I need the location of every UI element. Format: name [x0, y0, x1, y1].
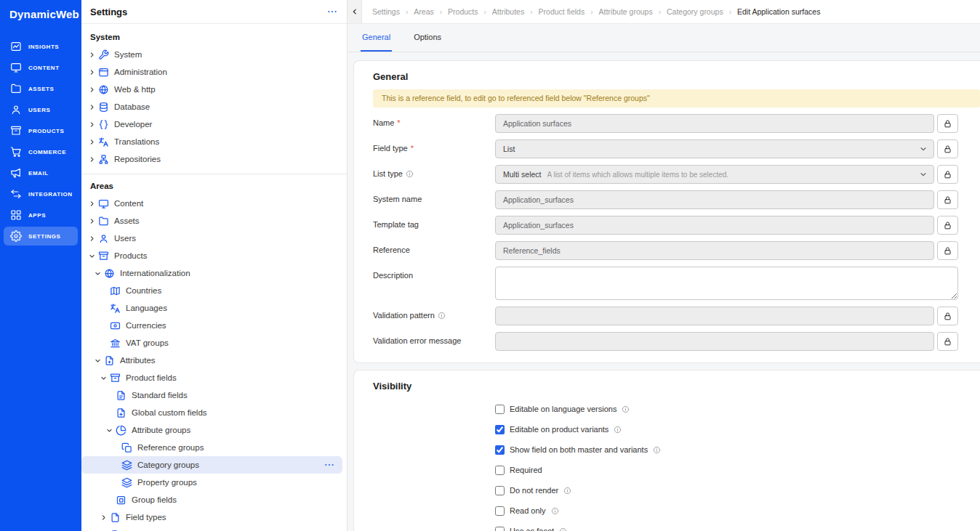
tree-item-group-fields[interactable]: Group fields — [81, 491, 342, 508]
checkbox-row-show-field-on-both-master-and-variants[interactable]: Show field on both master and variants — [495, 439, 958, 460]
chevron-right-icon[interactable] — [89, 200, 98, 207]
tree-item-database[interactable]: Database — [81, 98, 342, 115]
tree-item-developer[interactable]: Developer — [81, 115, 342, 133]
sidebar-item-email[interactable]: EMAIL — [4, 163, 78, 182]
translate-icon — [110, 303, 121, 314]
chevron-right-icon[interactable] — [89, 138, 98, 145]
breadcrumb-item-settings[interactable]: Settings — [372, 7, 400, 16]
tree-item-currencies[interactable]: Currencies — [81, 317, 342, 334]
tree-item-products[interactable]: Products — [81, 247, 342, 264]
checkbox-row-do-not-render[interactable]: Do not render — [495, 480, 958, 500]
tree-item-reference-groups[interactable]: Reference groups — [81, 439, 342, 456]
chevron-down-icon[interactable] — [95, 269, 104, 277]
chevron-right-icon[interactable] — [89, 103, 98, 110]
list-type-select[interactable]: Multi select A list of items which allow… — [495, 165, 934, 184]
sidebar-item-users[interactable]: USERS — [4, 100, 78, 119]
sidebar-item-assets[interactable]: ASSETS — [4, 79, 78, 98]
tree-item-property-groups[interactable]: Property groups — [81, 474, 342, 491]
chevron-right-icon[interactable] — [89, 155, 98, 163]
chevron-right-icon[interactable] — [89, 121, 98, 128]
use-as-facet-checkbox[interactable] — [495, 527, 505, 531]
app-logo[interactable]: DynamicWeb — [0, 0, 81, 29]
tree-item-content[interactable]: Content — [81, 195, 342, 212]
breadcrumb-item-product-fields[interactable]: Product fields — [539, 7, 585, 16]
required-checkbox[interactable] — [495, 466, 505, 475]
checkbox-row-read-only[interactable]: Read only — [495, 500, 958, 521]
tree-item-field-types[interactable]: Field types — [81, 508, 342, 526]
sidebar-item-commerce[interactable]: COMMERCE — [4, 142, 78, 161]
validation-pattern-input[interactable] — [495, 307, 934, 325]
tree-item-languages[interactable]: Languages — [81, 299, 342, 317]
show-field-on-both-master-and-variants-checkbox[interactable] — [495, 445, 505, 455]
template-tag-input[interactable] — [495, 216, 934, 235]
sidebar-item-integration[interactable]: INTEGRATION — [4, 185, 78, 203]
checkbox-row-editable-on-product-variants[interactable]: Editable on product variants — [495, 419, 958, 439]
tree-item-internationalization[interactable]: Internationalization — [81, 264, 342, 282]
tree-item-administration[interactable]: Administration — [81, 63, 342, 81]
chevron-right-icon[interactable] — [89, 51, 98, 58]
breadcrumb-item-attribute-groups[interactable]: Attribute groups — [599, 7, 653, 16]
chevron-down-icon[interactable] — [106, 426, 116, 434]
tree-item-vat-groups[interactable]: VAT groups — [81, 334, 342, 352]
tree-item-system[interactable]: System — [81, 46, 342, 63]
chevron-right-icon[interactable] — [89, 86, 98, 93]
chevron-right-icon[interactable] — [100, 514, 110, 521]
sidebar-item-products[interactable]: PRODUCTS — [4, 121, 78, 140]
tree-item-product-fields[interactable]: Product fields — [81, 369, 342, 386]
description-textarea[interactable] — [495, 267, 958, 300]
system-name-input[interactable] — [495, 190, 934, 209]
tree-item-category-groups[interactable]: Category groups — [81, 456, 342, 474]
breadcrumb-item-areas[interactable]: Areas — [414, 7, 433, 16]
tree-item-users[interactable]: Users — [81, 230, 342, 247]
editable-on-product-variants-checkbox[interactable] — [495, 425, 505, 434]
tree-item-field-value-conversion[interactable]: Field value conversion — [81, 526, 342, 531]
list-type-lock-button[interactable] — [937, 165, 958, 184]
reference-lock-button[interactable] — [937, 241, 958, 260]
name-lock-button[interactable] — [937, 114, 958, 133]
tree-item-attribute-groups[interactable]: Attribute groups — [81, 421, 342, 439]
chevron-down-icon[interactable] — [89, 252, 98, 259]
field-type-select[interactable]: List — [495, 139, 934, 158]
tree-item-translations[interactable]: Translations — [81, 133, 342, 150]
checkbox-row-editable-on-language-versions[interactable]: Editable on language versions — [495, 399, 958, 419]
checkbox-row-required[interactable]: Required — [495, 460, 958, 480]
tree-item-global-custom-fields[interactable]: Global custom fields — [81, 404, 342, 421]
breadcrumb-item-products[interactable]: Products — [448, 7, 478, 16]
breadcrumb-item-category-groups[interactable]: Category groups — [667, 7, 723, 16]
collapse-panel-button[interactable] — [348, 0, 362, 23]
do-not-render-checkbox[interactable] — [495, 486, 505, 495]
sidebar-item-settings[interactable]: SETTINGS — [4, 227, 78, 246]
tree-item-attributes[interactable]: Attributes — [81, 352, 342, 369]
tree-item-repositories[interactable]: Repositories — [81, 150, 342, 168]
tree-item-assets[interactable]: Assets — [81, 212, 342, 230]
sidebar-item-content[interactable]: CONTENT — [4, 58, 78, 77]
validation-error-message-lock-button[interactable] — [937, 332, 958, 351]
tab-options[interactable]: Options — [412, 24, 443, 52]
reference-input[interactable] — [495, 241, 934, 260]
breadcrumb-item-attributes[interactable]: Attributes — [492, 7, 524, 16]
checkbox-row-use-as-facet[interactable]: Use as facet — [495, 521, 958, 531]
name-input[interactable] — [495, 114, 934, 133]
chevron-down-icon[interactable] — [95, 357, 104, 364]
chevron-right-icon[interactable] — [89, 235, 98, 242]
tree-item-countries[interactable]: Countries — [81, 282, 342, 299]
tab-general[interactable]: General — [361, 24, 392, 52]
validation-error-message-input[interactable] — [495, 332, 934, 351]
template-tag-lock-button[interactable] — [937, 216, 958, 235]
editable-on-language-versions-checkbox[interactable] — [495, 405, 505, 414]
lock-icon — [943, 195, 952, 205]
tree-item-standard-fields[interactable]: Standard fields — [81, 386, 342, 404]
chevron-right-icon[interactable] — [89, 217, 98, 224]
read-only-checkbox[interactable] — [495, 506, 505, 516]
ellipsis-icon[interactable] — [324, 459, 335, 471]
field-type-lock-button[interactable] — [937, 139, 958, 158]
system-name-lock-button[interactable] — [937, 190, 958, 209]
chevron-right-icon[interactable] — [89, 68, 98, 76]
sidebar-item-insights[interactable]: INSIGHTS — [4, 37, 78, 56]
chevron-down-icon[interactable] — [100, 374, 110, 381]
validation-pattern-lock-button[interactable] — [937, 307, 958, 325]
ellipsis-icon[interactable] — [326, 6, 338, 17]
chevron-spacer — [112, 479, 121, 486]
sidebar-item-apps[interactable]: APPS — [4, 206, 78, 224]
tree-item-web-http[interactable]: Web & http — [81, 81, 342, 98]
